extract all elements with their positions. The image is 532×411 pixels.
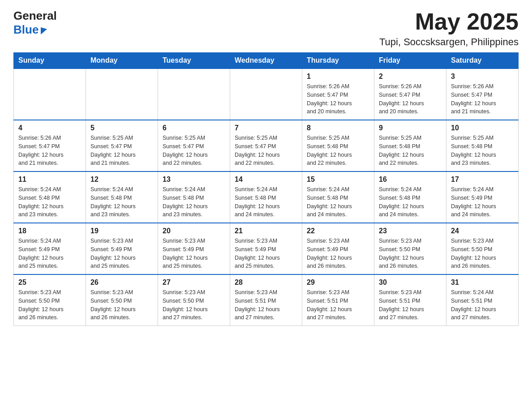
calendar-week-row: 18Sunrise: 5:24 AMSunset: 5:49 PMDayligh… <box>14 223 519 274</box>
day-number: 21 <box>235 227 297 235</box>
day-info: Sunrise: 5:24 AMSunset: 5:48 PMDaylight:… <box>235 185 297 219</box>
location-subtitle: Tupi, Soccsksargen, Philippines <box>379 36 519 48</box>
page-header: General Blue May 2025 Tupi, Soccsksargen… <box>13 9 519 48</box>
calendar-day-cell: 10Sunrise: 5:25 AMSunset: 5:48 PMDayligh… <box>446 120 519 171</box>
day-info: Sunrise: 5:23 AMSunset: 5:49 PMDaylight:… <box>307 237 369 270</box>
day-number: 9 <box>379 124 442 132</box>
title-block: May 2025 Tupi, Soccsksargen, Philippines <box>379 9 519 48</box>
day-info: Sunrise: 5:26 AMSunset: 5:47 PMDaylight:… <box>18 134 81 167</box>
day-info: Sunrise: 5:23 AMSunset: 5:51 PMDaylight:… <box>307 288 369 322</box>
day-number: 31 <box>451 278 514 287</box>
calendar-header-cell-sunday: Sunday <box>14 53 86 69</box>
calendar-week-row: 11Sunrise: 5:24 AMSunset: 5:48 PMDayligh… <box>14 171 519 223</box>
calendar-header-row: SundayMondayTuesdayWednesdayThursdayFrid… <box>14 53 519 69</box>
calendar-day-cell: 15Sunrise: 5:24 AMSunset: 5:48 PMDayligh… <box>302 171 374 223</box>
calendar-header-cell-thursday: Thursday <box>302 53 374 69</box>
day-number: 25 <box>18 278 81 287</box>
calendar-day-cell: 18Sunrise: 5:24 AMSunset: 5:49 PMDayligh… <box>14 223 86 274</box>
day-info: Sunrise: 5:25 AMSunset: 5:47 PMDaylight:… <box>90 134 153 167</box>
calendar-day-cell: 7Sunrise: 5:25 AMSunset: 5:47 PMDaylight… <box>230 120 302 171</box>
calendar-day-cell: 12Sunrise: 5:24 AMSunset: 5:48 PMDayligh… <box>86 171 158 223</box>
day-info: Sunrise: 5:24 AMSunset: 5:48 PMDaylight:… <box>379 185 442 219</box>
day-info: Sunrise: 5:25 AMSunset: 5:48 PMDaylight:… <box>451 134 514 167</box>
calendar-week-row: 25Sunrise: 5:23 AMSunset: 5:50 PMDayligh… <box>14 274 519 326</box>
day-info: Sunrise: 5:24 AMSunset: 5:48 PMDaylight:… <box>163 185 225 219</box>
day-info: Sunrise: 5:24 AMSunset: 5:51 PMDaylight:… <box>451 288 514 322</box>
day-number: 1 <box>307 73 369 81</box>
calendar-day-cell <box>158 68 230 120</box>
calendar-header-cell-saturday: Saturday <box>446 53 519 69</box>
day-number: 14 <box>235 176 297 184</box>
calendar-day-cell: 21Sunrise: 5:23 AMSunset: 5:49 PMDayligh… <box>230 223 302 274</box>
logo-arrow-icon <box>41 26 47 34</box>
day-info: Sunrise: 5:24 AMSunset: 5:48 PMDaylight:… <box>18 185 81 219</box>
day-number: 5 <box>90 124 153 132</box>
day-number: 12 <box>90 176 153 184</box>
calendar-header: SundayMondayTuesdayWednesdayThursdayFrid… <box>14 53 519 69</box>
calendar-day-cell: 25Sunrise: 5:23 AMSunset: 5:50 PMDayligh… <box>14 274 86 326</box>
calendar-header-cell-friday: Friday <box>374 53 446 69</box>
day-info: Sunrise: 5:23 AMSunset: 5:50 PMDaylight:… <box>451 237 514 270</box>
day-number: 24 <box>451 227 514 235</box>
day-number: 11 <box>18 176 81 184</box>
day-number: 20 <box>163 227 225 235</box>
calendar-week-row: 4Sunrise: 5:26 AMSunset: 5:47 PMDaylight… <box>14 120 519 171</box>
calendar-day-cell: 20Sunrise: 5:23 AMSunset: 5:49 PMDayligh… <box>158 223 230 274</box>
day-info: Sunrise: 5:26 AMSunset: 5:47 PMDaylight:… <box>307 82 369 116</box>
calendar-header-cell-monday: Monday <box>86 53 158 69</box>
day-info: Sunrise: 5:25 AMSunset: 5:48 PMDaylight:… <box>307 134 369 167</box>
day-number: 16 <box>379 176 442 184</box>
day-number: 3 <box>451 73 514 81</box>
day-info: Sunrise: 5:25 AMSunset: 5:47 PMDaylight:… <box>235 134 297 167</box>
calendar-header-cell-wednesday: Wednesday <box>230 53 302 69</box>
calendar-day-cell: 14Sunrise: 5:24 AMSunset: 5:48 PMDayligh… <box>230 171 302 223</box>
day-number: 29 <box>307 278 369 287</box>
day-number: 27 <box>163 278 225 287</box>
day-info: Sunrise: 5:26 AMSunset: 5:47 PMDaylight:… <box>451 82 514 116</box>
day-info: Sunrise: 5:23 AMSunset: 5:50 PMDaylight:… <box>18 288 81 322</box>
day-info: Sunrise: 5:23 AMSunset: 5:51 PMDaylight:… <box>235 288 297 322</box>
calendar-day-cell: 1Sunrise: 5:26 AMSunset: 5:47 PMDaylight… <box>302 68 374 120</box>
calendar-day-cell: 13Sunrise: 5:24 AMSunset: 5:48 PMDayligh… <box>158 171 230 223</box>
calendar-day-cell <box>230 68 302 120</box>
calendar-day-cell: 24Sunrise: 5:23 AMSunset: 5:50 PMDayligh… <box>446 223 519 274</box>
calendar-week-row: 1Sunrise: 5:26 AMSunset: 5:47 PMDaylight… <box>14 68 519 120</box>
day-info: Sunrise: 5:25 AMSunset: 5:47 PMDaylight:… <box>163 134 225 167</box>
calendar-day-cell <box>14 68 86 120</box>
day-number: 30 <box>379 278 442 287</box>
day-info: Sunrise: 5:24 AMSunset: 5:48 PMDaylight:… <box>90 185 153 219</box>
day-info: Sunrise: 5:24 AMSunset: 5:48 PMDaylight:… <box>307 185 369 219</box>
logo-blue: Blue <box>13 23 57 37</box>
day-info: Sunrise: 5:26 AMSunset: 5:47 PMDaylight:… <box>379 82 442 116</box>
calendar-day-cell: 3Sunrise: 5:26 AMSunset: 5:47 PMDaylight… <box>446 68 519 120</box>
day-number: 13 <box>163 176 225 184</box>
calendar-day-cell: 23Sunrise: 5:23 AMSunset: 5:50 PMDayligh… <box>374 223 446 274</box>
day-info: Sunrise: 5:23 AMSunset: 5:49 PMDaylight:… <box>90 237 153 270</box>
day-info: Sunrise: 5:23 AMSunset: 5:50 PMDaylight:… <box>163 288 225 322</box>
day-number: 17 <box>451 176 514 184</box>
logo: General Blue <box>13 9 57 37</box>
day-number: 8 <box>307 124 369 132</box>
calendar-day-cell: 26Sunrise: 5:23 AMSunset: 5:50 PMDayligh… <box>86 274 158 326</box>
calendar-day-cell: 19Sunrise: 5:23 AMSunset: 5:49 PMDayligh… <box>86 223 158 274</box>
day-info: Sunrise: 5:25 AMSunset: 5:48 PMDaylight:… <box>379 134 442 167</box>
calendar-table: SundayMondayTuesdayWednesdayThursdayFrid… <box>13 52 519 326</box>
calendar-day-cell: 6Sunrise: 5:25 AMSunset: 5:47 PMDaylight… <box>158 120 230 171</box>
calendar-day-cell: 8Sunrise: 5:25 AMSunset: 5:48 PMDaylight… <box>302 120 374 171</box>
day-info: Sunrise: 5:23 AMSunset: 5:50 PMDaylight:… <box>90 288 153 322</box>
day-number: 15 <box>307 176 369 184</box>
day-number: 2 <box>379 73 442 81</box>
month-year-title: May 2025 <box>379 9 519 34</box>
day-info: Sunrise: 5:23 AMSunset: 5:49 PMDaylight:… <box>163 237 225 270</box>
day-number: 7 <box>235 124 297 132</box>
calendar-day-cell: 29Sunrise: 5:23 AMSunset: 5:51 PMDayligh… <box>302 274 374 326</box>
day-number: 4 <box>18 124 81 132</box>
day-number: 18 <box>18 227 81 235</box>
day-info: Sunrise: 5:24 AMSunset: 5:49 PMDaylight:… <box>18 237 81 270</box>
calendar-day-cell: 16Sunrise: 5:24 AMSunset: 5:48 PMDayligh… <box>374 171 446 223</box>
calendar-day-cell: 30Sunrise: 5:23 AMSunset: 5:51 PMDayligh… <box>374 274 446 326</box>
calendar-day-cell <box>86 68 158 120</box>
logo-general: General <box>13 9 57 23</box>
calendar-day-cell: 9Sunrise: 5:25 AMSunset: 5:48 PMDaylight… <box>374 120 446 171</box>
day-number: 26 <box>90 278 153 287</box>
